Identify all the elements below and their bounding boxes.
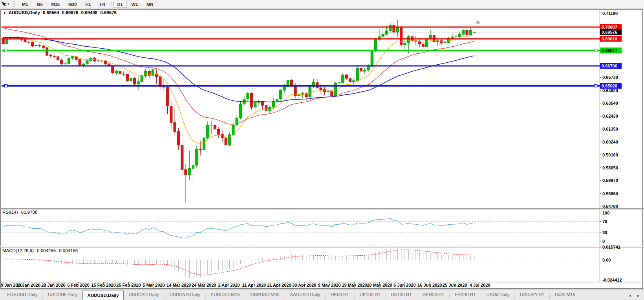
mt4-terminal: ▾ M1 M5 M15 M30 H1 H4 D1 W1 MN 0.711900.…: [0, 0, 644, 300]
candle-body: [473, 32, 476, 33]
tabs-scroll-left-icon[interactable]: ◄: [628, 294, 632, 298]
candle-body: [396, 27, 399, 32]
ma-slow-blue: [3, 37, 474, 102]
candle-body: [203, 138, 205, 150]
candle-body: [38, 45, 41, 46]
tab-eurusd-m15[interactable]: EURUSD,M15: [206, 292, 244, 300]
candlestick-series: [2, 20, 476, 202]
macd-axis-label: 0.00: [602, 258, 611, 262]
tool-dropdown-icon[interactable]: ▾: [8, 2, 9, 6]
tab-ger30-h1[interactable]: GER30,H1: [417, 292, 449, 300]
chart-close: 0.69576: [100, 10, 117, 15]
tab-usdcad-daily[interactable]: USDCAD,Daily: [124, 292, 163, 300]
timeframe-button-mn[interactable]: MN: [143, 1, 157, 8]
support-line-0-65020-handle[interactable]: [5, 84, 7, 87]
cursor-tool-icon[interactable]: [1, 1, 7, 7]
time-axis-label: 4 Jul 2020: [470, 283, 490, 287]
tab-usoil-daily[interactable]: USOil,Daily: [481, 292, 514, 300]
candle-body: [130, 78, 132, 80]
timeframe-button-m15[interactable]: M15: [48, 1, 64, 8]
candle-body: [49, 55, 52, 56]
price-axis-tick-label: 0.60240: [602, 140, 618, 144]
time-axis-label: 28 May 2020: [367, 283, 392, 287]
support-line-0-68017-handle[interactable]: [595, 49, 597, 52]
macd-signal-line: [3, 250, 474, 275]
price-axis-tick-label: 0.55860: [602, 191, 618, 196]
timeframe-button-w1[interactable]: W1: [128, 1, 142, 8]
candle-body: [97, 61, 99, 61]
tab-dj30-m15[interactable]: DJ30,M15: [550, 292, 580, 300]
time-axis-label: 11 Apr 2020: [242, 283, 266, 287]
timeframe-button-h1[interactable]: H1: [81, 1, 95, 8]
candle-body: [71, 57, 74, 58]
timeframe-button-h4[interactable]: H4: [95, 1, 109, 8]
tab-fra40-h1[interactable]: FRA40,H1: [450, 292, 481, 300]
candle-body: [185, 169, 187, 175]
tab-gbpusd-m30[interactable]: GBPUSD,M30: [245, 292, 284, 300]
candle-body: [119, 71, 121, 74]
candle-body: [239, 104, 242, 118]
tab-uk100-h1[interactable]: UK100,H1: [386, 292, 416, 300]
candle-body: [225, 138, 227, 145]
candle-body: [137, 82, 139, 84]
candle-body: [320, 88, 322, 90]
candle-body: [364, 70, 366, 71]
chart-shift-marker-icon[interactable]: [476, 20, 480, 24]
price-axis-tick-label: 0.58050: [602, 165, 618, 170]
tab-usdcnh-daily[interactable]: USDCNH,Daily: [165, 292, 205, 300]
toolbar-separator: [111, 1, 112, 7]
candle-body: [345, 75, 348, 78]
candle-body: [152, 70, 154, 76]
timeframe-button-d1[interactable]: D1: [113, 1, 127, 8]
tab-hk50-h1[interactable]: HK50,H1: [326, 292, 354, 300]
candle-body: [232, 125, 234, 135]
candle-body: [112, 65, 114, 73]
timeframe-button-m1[interactable]: M1: [18, 1, 32, 8]
timeframe-button-m30[interactable]: M30: [64, 1, 80, 8]
time-axis-label: 18 Jan 2020: [16, 283, 40, 287]
candle-body: [104, 61, 106, 64]
tab-audusd-daily[interactable]: AUDUSD,Daily: [82, 291, 124, 300]
chart-menu-icon[interactable]: ▼: [3, 11, 6, 15]
candle-body: [68, 58, 70, 64]
tab-usdchf-daily[interactable]: USDCHF,Daily: [43, 292, 82, 300]
price-axis-tick-label: 0.61350: [602, 127, 618, 131]
candle-body: [360, 68, 362, 71]
price-axis-tick-label: 0.62430: [602, 114, 618, 118]
tabs-scroll-right-icon[interactable]: ►: [637, 294, 640, 298]
support-line-0-68017-handle[interactable]: [5, 49, 7, 52]
rsi-name: RSI(14): [2, 210, 18, 215]
chart-high: 0.69676: [62, 10, 79, 15]
candle-body: [385, 31, 388, 34]
rsi-axis-label: 30: [602, 230, 607, 235]
tab-uk100-h1[interactable]: UK100,H1: [355, 292, 385, 300]
candle-body: [374, 40, 377, 51]
support-line-0-66706-label: 0.66706: [602, 64, 617, 68]
candle-body: [258, 102, 260, 103]
tab-xauusd-daily[interactable]: XAUUSD,Daily: [285, 292, 325, 300]
tab-eurusd-daily[interactable]: EURUSD,Daily: [2, 292, 42, 300]
ma-mid-red: [3, 28, 474, 124]
chart-window: 0.711900.679200.657300.646200.635400.624…: [0, 9, 644, 289]
candle-body: [382, 34, 384, 36]
timeframe-button-m5[interactable]: M5: [33, 1, 46, 8]
candle-body: [5, 39, 8, 44]
chart-canvas[interactable]: 0.711900.679200.657300.646200.635400.624…: [0, 9, 644, 289]
chart-tabs: EURUSD,Daily|USDCHF,DailyAUDUSD,DailyUSD…: [2, 291, 580, 300]
candle-body: [276, 99, 278, 101]
support-line-0-65020-handle[interactable]: [595, 84, 597, 87]
tab-usdjpy-h1[interactable]: USDJPY,H1: [515, 292, 549, 300]
macd-name: MACD(12,26,9): [2, 248, 34, 253]
candle-body: [451, 37, 454, 38]
candle-body: [353, 81, 355, 82]
candle-body: [247, 93, 249, 99]
chart-symbol: AUDUSD,Daily: [9, 10, 40, 15]
time-axis-label: 19 May 2020: [342, 283, 367, 287]
macd-axis-label: -0.024412: [602, 278, 622, 282]
candle-body: [250, 93, 252, 107]
candle-body: [342, 75, 344, 83]
time-axis-label: 9 May 2020: [318, 283, 341, 287]
candle-body: [188, 168, 190, 175]
price-axis-tick-label: 0.59160: [602, 153, 618, 157]
candle-body: [24, 40, 26, 42]
